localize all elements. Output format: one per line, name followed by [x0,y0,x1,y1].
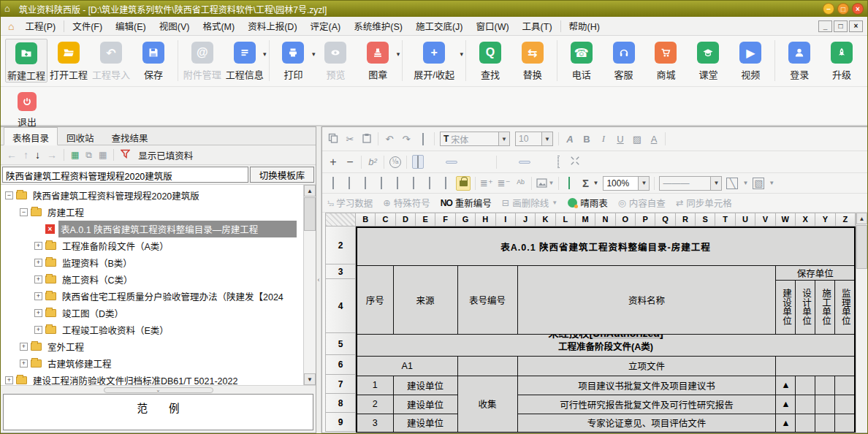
valign-middle-icon[interactable] [519,161,530,164]
login-button[interactable]: 登录 [778,39,821,81]
fit-cell-icon[interactable] [552,156,564,167]
row-header[interactable]: 7 [325,375,356,394]
column-header[interactable]: W [776,213,796,226]
expand-icon[interactable]: + [20,343,28,351]
unit-mark-cell[interactable]: ▲ [776,376,796,395]
header-unit-supervise-cell[interactable]: 监理单位 [835,280,855,334]
tree-item[interactable]: + 古建筑修建工程 [1,355,316,372]
switch-template-button[interactable]: 切换模板库 [250,167,314,183]
row-header[interactable]: 4 [325,279,356,333]
column-header[interactable]: Z [836,213,856,226]
header-name-cell[interactable]: 资料名称 [517,265,776,334]
row-header[interactable]: 9 [325,413,356,432]
header-source-cell[interactable]: 来源 [393,265,457,334]
find-button[interactable]: Q 查找 [469,39,511,81]
column-header[interactable]: R [676,213,696,226]
add-table-icon[interactable]: ▦ [71,150,79,160]
filter-funnel-icon[interactable] [121,149,130,161]
chevron-down-icon[interactable]: ▼ [593,180,598,186]
weather-table-button[interactable]: 晴雨表 [568,196,608,210]
video-button[interactable]: ▶ 视频 [729,39,772,81]
column-header[interactable]: T [715,213,735,226]
save-button[interactable]: 保存 [132,39,175,81]
tree-item[interactable]: − 陕西省建筑工程资料管理规程2020建筑版 [1,187,316,204]
doc-name-cell[interactable]: 项目建议书批复文件及项目建议书 [517,376,776,395]
stamp-button[interactable]: 图章 ▾ [357,39,399,81]
mdi-minimize-button[interactable]: _ [818,20,832,32]
row-header[interactable]: 2 [325,226,356,264]
menu-edit[interactable]: 编辑(E) [109,17,153,35]
diagonal-line-icon[interactable]: ╲ [726,178,738,189]
nav-down-icon[interactable]: ↓ [35,149,40,161]
column-header[interactable]: D [396,213,416,226]
collect-cell[interactable]: 收集 [457,376,517,433]
header-seq-cell[interactable]: 序号 [357,265,393,334]
seq-cell[interactable]: 2 [357,395,393,414]
header-formno-cell[interactable]: 表号编号 [457,265,517,334]
exit-button[interactable]: 退出 [7,89,47,129]
row-header[interactable]: 3 [325,264,356,279]
unit-mark-cell[interactable]: ▲ [776,414,796,433]
column-header[interactable]: V [755,213,775,226]
column-header[interactable]: M [576,213,595,226]
unit-mark-cell[interactable]: ▲ [776,395,796,414]
filter-label[interactable]: 显示已填资料 [138,148,193,162]
column-header[interactable]: P [636,213,655,226]
align-center-icon[interactable] [446,161,457,164]
row-header[interactable]: 5 [325,333,356,355]
column-header[interactable]: J [516,213,536,226]
menu-system-maintain[interactable]: 系统维护(S) [347,17,409,35]
menu-construction-disclosure[interactable]: 施工交底(J) [409,17,470,35]
new-project-button[interactable]: 新建工程 [5,39,47,83]
expand-icon[interactable]: + [34,242,42,250]
header-save-unit-cell[interactable]: 保存单位 [776,265,855,280]
column-header[interactable]: G [456,213,476,226]
column-header[interactable]: C [376,213,395,226]
dropdown-arrow-icon[interactable]: ▾ [263,50,267,58]
menu-data-report[interactable]: 资料上报(D) [241,17,303,35]
mdi-restore-button[interactable]: □ [834,20,848,32]
doc-name-cell[interactable]: 可行性研究报告批复文件及可行性研究报告 [517,395,776,414]
zoom-in-icon[interactable]: + [327,156,339,169]
column-header[interactable]: O [616,213,636,226]
project-info-button[interactable]: 工程信息 ▾ [224,39,266,81]
zoom-select[interactable]: 100% ▼ [603,176,650,191]
scroll-up-icon[interactable]: ▲ [304,185,316,197]
seq-cell[interactable]: 3 [357,414,393,433]
expand-icon[interactable]: + [34,326,42,334]
scroll-thumb[interactable] [856,225,867,269]
menu-window[interactable]: 窗口(W) [469,17,515,35]
column-header[interactable]: I [496,213,516,226]
unit-mark-cell[interactable] [835,376,855,395]
sum-button[interactable]: Σ ▼ [579,177,598,189]
dropdown-arrow-icon[interactable]: ▾ [460,50,464,58]
chevron-down-icon[interactable]: ▼ [742,180,748,186]
unit-mark-cell[interactable] [796,414,815,433]
replace-button[interactable]: ⇆ 替换 [511,39,554,81]
grid-style-icon[interactable] [563,178,575,189]
source-cell[interactable]: 建设单位 [393,376,457,395]
tree-item[interactable]: + 施工资料（C类） [1,271,316,288]
collapse-icon[interactable]: − [20,208,28,216]
menu-file[interactable]: 文件(F) [66,17,109,35]
menu-project[interactable]: 工程(P) [18,17,62,35]
column-header[interactable]: B [356,213,376,226]
tree-item[interactable]: + 工程准备阶段文件（A类） [1,237,316,254]
menu-tools[interactable]: 工具(T) [516,17,559,35]
column-header[interactable]: E [416,213,435,226]
tree-scrollbar[interactable]: ▲ ▼ [303,185,316,385]
column-header[interactable]: X [796,213,815,226]
column-header[interactable]: N [595,213,615,226]
mall-button[interactable]: 商城 [645,39,688,81]
phone-button[interactable]: ☎ 电话 [560,39,603,81]
row-header[interactable]: 8 [325,394,356,413]
chevron-down-icon[interactable]: ▼ [498,132,509,145]
scroll-down-icon[interactable]: ▼ [304,373,316,385]
tree-item[interactable]: + 竣工图（D类） [1,305,316,321]
column-header[interactable]: S [696,213,715,226]
sheet-corner[interactable] [325,213,356,226]
unit-mark-cell[interactable] [815,376,835,395]
print-button[interactable]: 打印 ▾ [273,39,315,81]
column-header[interactable]: L [556,213,576,226]
menu-help[interactable]: 帮助(H) [563,17,606,35]
